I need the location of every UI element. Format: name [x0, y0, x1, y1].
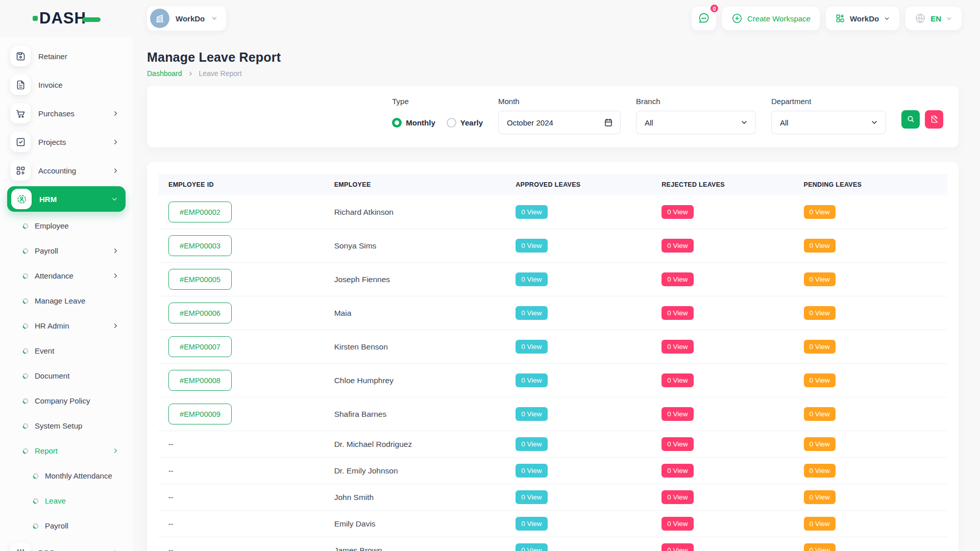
header-actions: 0 Create Workspace WorkDo EN: [692, 7, 962, 30]
sidebar-item-payroll[interactable]: Payroll: [0, 513, 133, 538]
rejected-leaves-view-badge[interactable]: 0 View: [662, 272, 693, 286]
rejected-leaves-view-badge[interactable]: 0 View: [662, 373, 693, 387]
pending-leaves-view-badge[interactable]: 0 View: [804, 543, 836, 551]
search-button[interactable]: [901, 110, 920, 129]
bullet-icon: [22, 223, 29, 229]
pending-leaves-view-badge[interactable]: 0 View: [804, 464, 836, 478]
approved-leaves-view-badge[interactable]: 0 View: [516, 306, 547, 320]
sidebar-item-accounting[interactable]: Accounting: [0, 156, 133, 185]
sidebar-item-retainer[interactable]: Retainer: [0, 42, 133, 70]
pending-leaves-view-badge[interactable]: 0 View: [804, 517, 836, 531]
pending-leaves-view-badge[interactable]: 0 View: [804, 407, 836, 421]
sidebar-item-label: Retainer: [38, 52, 119, 61]
sidebar-item-hrm[interactable]: HRM: [7, 186, 126, 212]
sidebar-item-payroll[interactable]: Payroll: [0, 238, 133, 263]
employee-name-cell: Sonya Sims: [324, 229, 506, 263]
create-workspace-button[interactable]: Create Workspace: [722, 7, 820, 30]
pending-leaves-view-badge[interactable]: 0 View: [804, 373, 836, 387]
rejected-leaves-view-badge[interactable]: 0 View: [662, 407, 693, 421]
pending-leaves-cell: 0 View: [794, 263, 948, 296]
approved-leaves-view-badge[interactable]: 0 View: [516, 272, 547, 286]
breadcrumb-dashboard-link[interactable]: Dashboard: [147, 69, 182, 78]
employee-id-button[interactable]: #EMP00008: [168, 370, 232, 391]
leave-report-table: EMPLOYEE IDEMPLOYEEAPPROVED LEAVESREJECT…: [158, 174, 947, 551]
dash-logo[interactable]: DASH: [33, 9, 101, 28]
workspace-selector[interactable]: WorkDo: [147, 6, 226, 31]
workspace-menu-button[interactable]: WorkDo: [826, 7, 899, 30]
approved-leaves-cell: 0 View: [505, 397, 651, 431]
sidebar-item-label: Event: [35, 346, 119, 355]
approved-leaves-view-badge[interactable]: 0 View: [516, 490, 547, 504]
approved-leaves-view-badge[interactable]: 0 View: [516, 205, 547, 219]
rejected-leaves-view-badge[interactable]: 0 View: [662, 205, 693, 219]
employee-id-button[interactable]: #EMP00009: [168, 404, 232, 424]
sidebar-item-company-policy[interactable]: Company Policy: [0, 388, 133, 413]
radio-monthly[interactable]: Monthly: [392, 118, 435, 128]
employee-name-cell: Richard Atkinson: [324, 195, 506, 229]
department-select[interactable]: All: [771, 111, 886, 134]
sidebar-item-invoice[interactable]: Invoice: [0, 70, 133, 99]
employee-id-button[interactable]: #EMP00007: [168, 336, 232, 357]
employee-id-button[interactable]: #EMP00003: [168, 235, 232, 256]
approved-leaves-view-badge[interactable]: 0 View: [516, 517, 547, 531]
reset-filter-button[interactable]: [925, 110, 943, 129]
sidebar-item-pos[interactable]: POS: [0, 538, 133, 551]
plus-circle-icon: [731, 13, 743, 24]
main-content: Manage Leave Report Dashboard Leave Repo…: [133, 37, 980, 551]
sidebar-item-document[interactable]: Document: [0, 363, 133, 388]
chevron-down-icon: [884, 15, 890, 22]
approved-leaves-view-badge[interactable]: 0 View: [516, 543, 547, 551]
pending-leaves-view-badge[interactable]: 0 View: [804, 340, 836, 354]
sidebar-item-attendance[interactable]: Attendance: [0, 263, 133, 288]
rejected-leaves-view-badge[interactable]: 0 View: [662, 517, 693, 531]
sidebar-item-label: Invoice: [38, 81, 119, 89]
sidebar-item-leave[interactable]: Leave: [0, 488, 133, 513]
employee-id-button[interactable]: #EMP00005: [168, 269, 232, 290]
pending-leaves-view-badge[interactable]: 0 View: [804, 437, 836, 451]
rejected-leaves-view-badge[interactable]: 0 View: [662, 490, 693, 504]
sidebar-item-employee[interactable]: Employee: [0, 213, 133, 238]
hrm-icon: [11, 189, 32, 209]
approved-leaves-view-badge[interactable]: 0 View: [516, 239, 547, 253]
language-selector[interactable]: EN: [905, 7, 962, 30]
approved-leaves-view-badge[interactable]: 0 View: [516, 464, 547, 478]
employee-id-cell: --: [158, 458, 324, 484]
radio-yearly[interactable]: Yearly: [447, 118, 483, 128]
employee-id-button[interactable]: #EMP00002: [168, 202, 232, 222]
pending-leaves-view-badge[interactable]: 0 View: [804, 306, 836, 320]
rejected-leaves-view-badge[interactable]: 0 View: [662, 239, 693, 253]
sidebar-item-manage-leave[interactable]: Manage Leave: [0, 288, 133, 313]
month-input[interactable]: October 2024: [498, 111, 621, 134]
pending-leaves-view-badge[interactable]: 0 View: [804, 205, 836, 219]
sidebar-item-system-setup[interactable]: System Setup: [0, 413, 133, 438]
employee-name: Sonya Sims: [334, 241, 377, 250]
sidebar-item-report[interactable]: Report: [0, 438, 133, 463]
approved-leaves-view-badge[interactable]: 0 View: [516, 437, 547, 451]
pending-leaves-view-badge[interactable]: 0 View: [804, 239, 836, 253]
rejected-leaves-view-badge[interactable]: 0 View: [662, 437, 693, 451]
rejected-leaves-view-badge[interactable]: 0 View: [662, 543, 693, 551]
pending-leaves-view-badge[interactable]: 0 View: [804, 272, 836, 286]
chevron-right-icon: [112, 167, 119, 174]
approved-leaves-view-badge[interactable]: 0 View: [516, 407, 547, 421]
sidebar-item-label: HRM: [39, 195, 111, 204]
employee-name-cell: Kirsten Benson: [324, 330, 506, 364]
sidebar-item-monthly-attendance[interactable]: Monthly Attendance: [0, 463, 133, 488]
branch-select[interactable]: All: [636, 111, 756, 134]
pending-leaves-view-badge[interactable]: 0 View: [804, 490, 836, 504]
approved-leaves-cell: 0 View: [505, 296, 651, 330]
rejected-leaves-cell: 0 View: [651, 229, 793, 263]
sidebar-item-projects[interactable]: Projects: [0, 128, 133, 156]
approved-leaves-view-badge[interactable]: 0 View: [516, 340, 547, 354]
sidebar-item-event[interactable]: Event: [0, 338, 133, 363]
employee-id-button[interactable]: #EMP00006: [168, 303, 232, 323]
sidebar-item-hr-admin[interactable]: HR Admin: [0, 313, 133, 338]
logo-accent-dot: [33, 16, 38, 21]
messages-button[interactable]: 0: [692, 7, 716, 30]
sidebar-item-purchases[interactable]: Purchases: [0, 99, 133, 128]
employee-id-cell: --: [158, 431, 324, 458]
rejected-leaves-view-badge[interactable]: 0 View: [662, 340, 693, 354]
approved-leaves-view-badge[interactable]: 0 View: [516, 373, 547, 387]
rejected-leaves-view-badge[interactable]: 0 View: [662, 464, 693, 478]
rejected-leaves-view-badge[interactable]: 0 View: [662, 306, 693, 320]
